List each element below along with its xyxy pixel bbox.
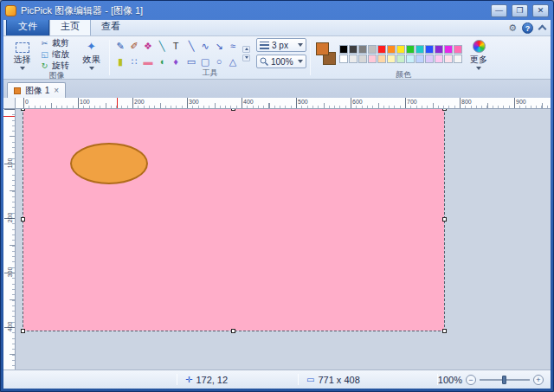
palette-color-swatch[interactable] xyxy=(425,55,434,63)
palette-color-swatch[interactable] xyxy=(368,45,377,54)
image-size: ▭ 771 x 408 xyxy=(306,370,360,389)
horizontal-ruler: 0100200300400500600700800900 xyxy=(16,98,551,109)
palette-color-swatch[interactable] xyxy=(444,45,453,54)
color-palette xyxy=(339,45,463,64)
palette-color-swatch[interactable] xyxy=(416,45,424,54)
rounded-rectangle-tool-icon[interactable]: ▢ xyxy=(198,55,212,68)
fill-tool-icon[interactable]: ◖ xyxy=(155,55,169,68)
selection-handle-top-middle[interactable] xyxy=(231,109,235,111)
canvas-viewport xyxy=(16,109,551,371)
zoom-out-button[interactable]: − xyxy=(466,375,476,385)
cursor-position: ✛ 172, 12 xyxy=(185,370,228,389)
ellipse-tool-icon[interactable]: ○ xyxy=(212,55,226,68)
document-thumbnail-icon xyxy=(14,87,21,94)
ellipse-shape[interactable] xyxy=(70,143,148,184)
line-width-dropdown[interactable]: 3 px xyxy=(256,38,306,52)
window-title: PicPick 图像编辑器 - [图像 1] xyxy=(21,4,143,17)
palette-color-swatch[interactable] xyxy=(358,55,367,63)
image-size-icon: ▭ xyxy=(306,375,314,384)
palette-color-swatch[interactable] xyxy=(454,55,462,63)
color-picker-tool-icon[interactable]: ❖ xyxy=(141,39,155,53)
airbrush-tool-icon[interactable]: ∷ xyxy=(127,55,141,68)
text-tool-icon[interactable]: T xyxy=(169,39,183,53)
palette-color-swatch[interactable] xyxy=(435,55,443,63)
zoom-dropdown[interactable]: 100% xyxy=(256,55,306,68)
effects-dropdown-icon xyxy=(89,67,94,70)
palette-color-swatch[interactable] xyxy=(406,45,415,54)
freeform-tool-icon[interactable]: ≈ xyxy=(226,39,240,53)
line-tool-icon[interactable]: ╲ xyxy=(184,39,198,53)
palette-color-swatch[interactable] xyxy=(349,45,358,54)
palette-color-swatch[interactable] xyxy=(454,45,462,54)
curve-tool-icon[interactable]: ∿ xyxy=(198,39,212,53)
palette-color-swatch[interactable] xyxy=(368,55,377,63)
shapes-scroll-down-button[interactable] xyxy=(242,55,250,61)
help-icon[interactable]: ? xyxy=(522,22,533,34)
stamp-tool-icon[interactable]: ♦ xyxy=(169,55,183,68)
ribbon-tab-bar: 文件 主页 查看 ⚙ ? xyxy=(3,20,551,36)
magnifier-icon xyxy=(260,57,268,66)
ruler-label: 100 xyxy=(4,155,16,172)
palette-color-swatch[interactable] xyxy=(377,45,386,54)
cursor-x-marker xyxy=(117,98,118,108)
select-button[interactable]: 选择 xyxy=(8,39,36,70)
effects-button[interactable]: ✦ 效果 xyxy=(77,39,106,70)
ruler-label: 100 xyxy=(80,99,90,105)
palette-color-swatch[interactable] xyxy=(406,55,415,63)
selection-handle-middle-right[interactable] xyxy=(442,217,447,222)
ruler-label: 400 xyxy=(243,99,254,105)
pencil-tool-icon[interactable]: ✎ xyxy=(113,39,127,53)
zoom-in-button[interactable]: + xyxy=(533,375,544,385)
crop-button[interactable]: ✂ 裁剪 xyxy=(38,38,71,48)
collapse-ribbon-icon[interactable] xyxy=(538,24,545,31)
more-colors-button[interactable]: 更多 xyxy=(465,38,493,70)
palette-color-swatch[interactable] xyxy=(396,55,405,63)
selection-handle-bottom-left[interactable] xyxy=(21,329,25,333)
vertical-ruler: 100200300400 xyxy=(3,109,16,371)
arrow-tool-icon[interactable]: ↘ xyxy=(212,39,226,53)
maximize-button[interactable]: ❐ xyxy=(512,4,528,17)
selection-handle-bottom-middle[interactable] xyxy=(231,329,235,333)
foreground-color-swatch[interactable] xyxy=(316,42,329,55)
selection-handle-middle-left[interactable] xyxy=(21,217,25,222)
settings-icon[interactable]: ⚙ xyxy=(508,22,517,34)
palette-color-swatch[interactable] xyxy=(435,45,443,54)
minimize-button[interactable]: — xyxy=(491,4,507,17)
palette-color-swatch[interactable] xyxy=(396,45,405,54)
palette-color-swatch[interactable] xyxy=(416,55,424,63)
tab-home[interactable]: 主页 xyxy=(49,20,91,35)
canvas-image[interactable] xyxy=(23,109,444,331)
selection-handle-bottom-right[interactable] xyxy=(442,329,447,333)
palette-color-swatch[interactable] xyxy=(444,55,453,63)
document-tab-close-icon[interactable]: × xyxy=(54,87,59,95)
tab-view[interactable]: 查看 xyxy=(91,20,131,35)
rectangle-tool-icon[interactable]: ▭ xyxy=(184,55,198,68)
selection-handle-top-right[interactable] xyxy=(442,109,447,111)
selection-handle-top-left[interactable] xyxy=(21,109,25,111)
ruler-corner xyxy=(3,98,16,109)
palette-color-swatch[interactable] xyxy=(377,55,386,63)
brush-tool-icon[interactable]: ✐ xyxy=(127,39,141,53)
close-button[interactable]: ✕ xyxy=(532,4,549,17)
rotate-button[interactable]: ↻ 旋转 xyxy=(38,61,71,71)
color-selector[interactable] xyxy=(314,41,338,68)
palette-color-swatch[interactable] xyxy=(349,55,358,63)
document-tab[interactable]: 图像 1 × xyxy=(7,82,66,98)
window-content: 文件 主页 查看 ⚙ ? 选择 ✂ xyxy=(3,20,551,389)
palette-color-swatch[interactable] xyxy=(387,55,396,63)
palette-color-swatch[interactable] xyxy=(387,45,396,54)
palette-color-swatch[interactable] xyxy=(339,55,348,63)
zoom-slider-thumb[interactable] xyxy=(502,376,506,384)
ruler-label: 600 xyxy=(352,99,363,105)
eyedropper-tool-icon[interactable]: ╲ xyxy=(155,39,169,53)
eraser-tool-icon[interactable]: ▬ xyxy=(141,55,155,68)
shapes-scroll-up-button[interactable] xyxy=(242,46,250,53)
palette-color-swatch[interactable] xyxy=(425,45,434,54)
palette-color-swatch[interactable] xyxy=(339,45,348,54)
file-menu-button[interactable]: 文件 xyxy=(6,20,49,35)
highlighter-tool-icon[interactable]: ▮ xyxy=(113,55,127,68)
polygon-tool-icon[interactable]: △ xyxy=(226,55,240,68)
palette-color-swatch[interactable] xyxy=(358,45,367,54)
zoom-slider[interactable] xyxy=(480,375,530,385)
resize-button[interactable]: ◱ 缩放 xyxy=(38,49,71,60)
